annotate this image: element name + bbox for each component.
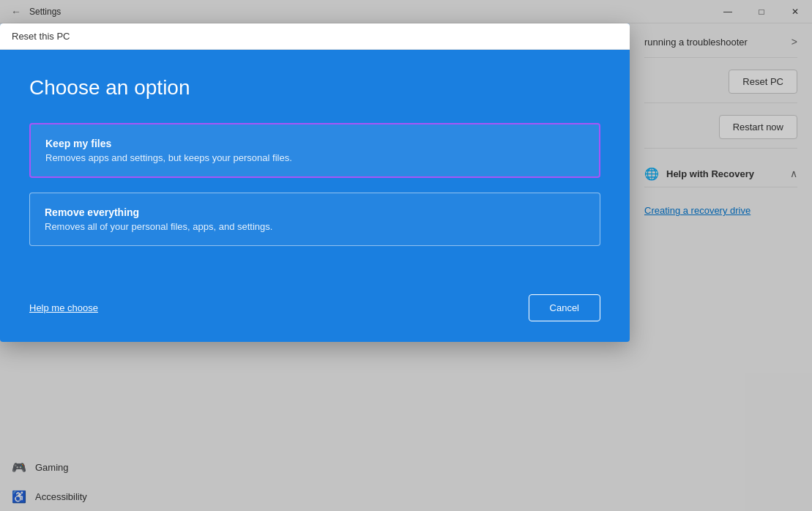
dialog-body: Choose an option Keep my files Removes a… [0, 50, 630, 283]
keep-files-option[interactable]: Keep my files Removes apps and settings,… [29, 123, 600, 178]
dialog-title: Reset this PC [12, 31, 70, 42]
remove-everything-desc: Removes all of your personal files, apps… [45, 221, 585, 232]
remove-everything-option[interactable]: Remove everything Removes all of your pe… [29, 193, 600, 246]
remove-everything-title: Remove everything [45, 206, 585, 218]
keep-files-desc: Removes apps and settings, but keeps you… [45, 152, 584, 163]
help-me-choose-link[interactable]: Help me choose [29, 302, 98, 313]
cancel-button[interactable]: Cancel [529, 294, 600, 321]
reset-dialog: Reset this PC Choose an option Keep my f… [0, 23, 630, 342]
dialog-titlebar: Reset this PC [0, 23, 630, 50]
keep-files-title: Keep my files [45, 138, 584, 149]
dialog-footer: Help me choose Cancel [0, 283, 630, 342]
dialog-overlay: Reset this PC Choose an option Keep my f… [0, 0, 812, 511]
settings-window: ← Settings — □ ✕ running a troubleshoote… [0, 0, 812, 511]
dialog-heading: Choose an option [29, 76, 600, 100]
